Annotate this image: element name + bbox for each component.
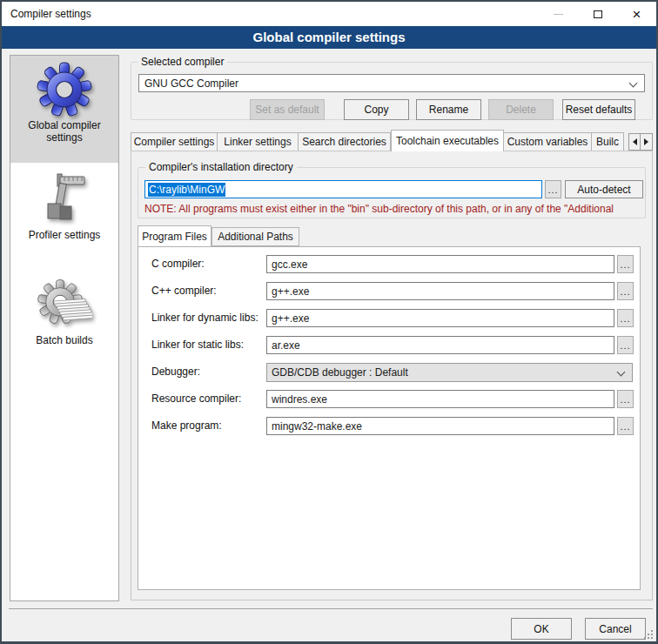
reset-defaults-button[interactable]: Reset defaults <box>562 99 635 120</box>
sidebar-item-label: Batch builds <box>10 332 118 353</box>
cpp-compiler-value: g++.exe <box>272 285 309 298</box>
gear-blue-icon <box>37 62 92 117</box>
linker-static-value: ar.exe <box>272 339 300 352</box>
tab-search-directories[interactable]: Search directories <box>299 132 391 151</box>
note-text: NOTE: All programs must exist either in … <box>144 203 648 215</box>
make-program-value: mingw32-make.exe <box>272 420 362 433</box>
settings-category-sidebar: Global compiler settings Profiler settin… <box>10 55 119 601</box>
c-compiler-value: gcc.exe <box>272 258 307 271</box>
installation-directory-group-label: Compiler's installation directory <box>145 161 297 173</box>
installation-directory-value: C:\raylib\MinGW <box>148 183 225 197</box>
tab-custom-variables[interactable]: Custom variables <box>504 132 592 151</box>
window-controls: × <box>539 2 656 26</box>
arrow-left-icon <box>633 138 637 145</box>
cancel-button[interactable]: Cancel <box>585 618 646 640</box>
linker-static-input[interactable]: ar.exe <box>266 336 614 354</box>
resource-compiler-value: windres.exe <box>272 393 327 406</box>
arrow-right-icon <box>644 138 648 145</box>
linker-dynamic-browse-button[interactable]: ... <box>617 309 634 327</box>
resource-compiler-input[interactable]: windres.exe <box>266 390 614 408</box>
make-program-input[interactable]: mingw32-make.exe <box>266 417 614 435</box>
close-button[interactable]: × <box>617 2 656 26</box>
set-as-default-button[interactable]: Set as default <box>250 99 325 120</box>
maximize-button[interactable] <box>578 2 617 26</box>
auto-detect-button[interactable]: Auto-detect <box>565 180 643 198</box>
tab-scroll-left-button[interactable] <box>628 133 641 151</box>
footer-separator <box>9 608 653 609</box>
ok-button[interactable]: OK <box>511 618 572 640</box>
cpp-compiler-browse-button[interactable]: ... <box>617 282 634 300</box>
copy-button[interactable]: Copy <box>344 99 409 120</box>
chevron-down-icon <box>629 79 638 88</box>
delete-button[interactable]: Delete <box>488 99 554 120</box>
subtab-additional-paths[interactable]: Additional Paths <box>212 227 299 246</box>
browse-directory-button[interactable]: ... <box>545 180 561 198</box>
chevron-down-icon <box>617 368 626 377</box>
sidebar-item-batch-builds[interactable]: Batch builds <box>10 261 118 374</box>
installation-directory-input[interactable]: C:\raylib\MinGW <box>144 180 542 198</box>
tab-compiler-settings[interactable]: Compiler settings <box>131 132 218 151</box>
linker-static-browse-button[interactable]: ... <box>617 336 634 354</box>
resource-compiler-browse-button[interactable]: ... <box>617 390 634 408</box>
tab-linker-settings[interactable]: Linker settings <box>218 132 299 151</box>
selected-compiler-group-label: Selected compiler <box>138 56 227 68</box>
cpp-compiler-input[interactable]: g++.exe <box>266 282 614 300</box>
toolchain-executables-page: Compiler's installation directory C:\ray… <box>131 151 653 600</box>
page-title: Global compiler settings <box>2 26 656 49</box>
window-title: Compiler settings <box>10 2 91 26</box>
settings-tab-bar: Compiler settings Linker settings Search… <box>131 131 653 151</box>
tab-toolchain-executables[interactable]: Toolchain executables <box>391 130 504 151</box>
close-icon: × <box>633 7 641 22</box>
linker-dynamic-value: g++.exe <box>272 312 309 325</box>
debugger-label: Debugger: <box>151 363 200 381</box>
c-compiler-browse-button[interactable]: ... <box>617 255 634 273</box>
maximize-icon <box>594 10 602 18</box>
linker-dynamic-input[interactable]: g++.exe <box>266 309 614 327</box>
debugger-value: GDB/CDB debugger : Default <box>272 366 408 379</box>
c-compiler-input[interactable]: gcc.exe <box>266 255 614 273</box>
tab-scroll-buttons <box>628 133 653 151</box>
cpp-compiler-label: C++ compiler: <box>151 282 217 300</box>
title-bar: Compiler settings × <box>2 2 656 26</box>
sidebar-item-label: Profiler settings <box>10 227 118 248</box>
sidebar-item-profiler-settings[interactable]: Profiler settings <box>10 163 118 261</box>
sidebar-item-global-compiler-settings[interactable]: Global compiler settings <box>10 56 118 163</box>
tab-build-options-truncated[interactable]: Builc <box>592 132 624 151</box>
tab-scroll-right-button[interactable] <box>641 133 653 151</box>
minimize-button[interactable] <box>539 2 578 26</box>
sidebar-item-label: Global compiler settings <box>10 117 118 151</box>
minimize-icon <box>554 14 563 15</box>
resource-compiler-label: Resource compiler: <box>151 390 241 408</box>
c-compiler-label: C compiler: <box>151 255 205 273</box>
make-program-browse-button[interactable]: ... <box>617 417 634 435</box>
gear-stack-icon <box>37 277 92 332</box>
subtab-program-files[interactable]: Program Files <box>138 225 212 246</box>
linker-dynamic-label: Linker for dynamic libs: <box>151 309 258 327</box>
linker-static-label: Linker for static libs: <box>151 336 244 354</box>
rename-button[interactable]: Rename <box>416 99 481 120</box>
selected-compiler-value: GNU GCC Compiler <box>144 77 238 90</box>
selected-compiler-dropdown[interactable]: GNU GCC Compiler <box>138 74 645 92</box>
debugger-dropdown[interactable]: GDB/CDB debugger : Default <box>266 363 633 382</box>
resize-grip[interactable] <box>644 630 654 640</box>
make-program-label: Make program: <box>151 417 222 435</box>
compiler-settings-dialog: Compiler settings × Global compiler sett… <box>0 0 658 644</box>
compiler-actions-row: Set as default Copy Rename Delete Reset … <box>131 99 635 120</box>
caliper-icon <box>37 171 92 227</box>
program-files-panel: C compiler: gcc.exe ... C++ compiler: g+… <box>138 246 641 590</box>
